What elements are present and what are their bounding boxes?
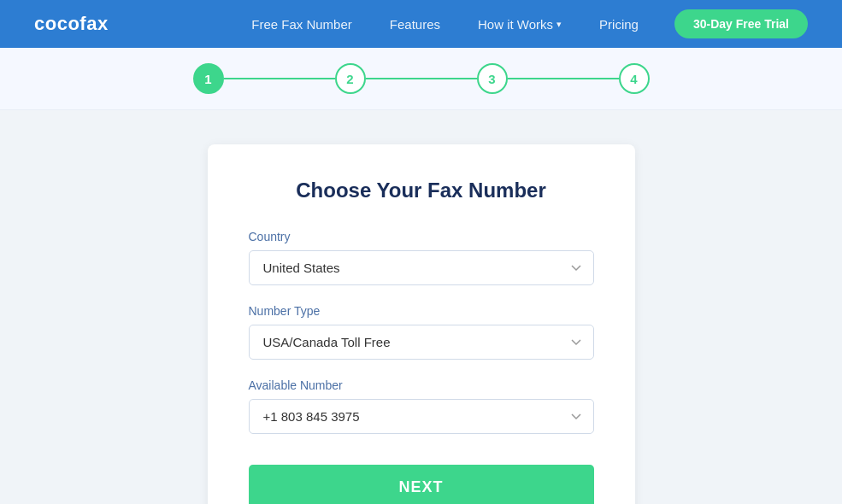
country-select[interactable]: United States Canada United Kingdom Aust… — [249, 250, 594, 285]
nav-item-pricing[interactable]: Pricing — [580, 17, 657, 32]
number-type-group: Number Type USA/Canada Toll Free Local I… — [249, 304, 594, 360]
main-content: Choose Your Fax Number Country United St… — [0, 110, 842, 504]
nav-link-label: Free Fax Number — [251, 17, 352, 32]
available-number-label: Available Number — [249, 378, 594, 392]
step-line-2 — [366, 78, 477, 79]
stepper: 1 2 3 4 — [193, 63, 650, 94]
nav-item-free-fax[interactable]: Free Fax Number — [233, 17, 371, 32]
nav-item-features[interactable]: Features — [371, 17, 459, 32]
step-line-3 — [508, 78, 619, 79]
nav-link-label: Features — [390, 17, 440, 32]
nav-links: Free Fax Number Features How it Works ▾ … — [233, 17, 657, 32]
step-3: 3 — [477, 63, 508, 94]
number-type-label: Number Type — [249, 304, 594, 318]
nav-item-how-it-works[interactable]: How it Works ▾ — [459, 17, 580, 32]
form-title: Choose Your Fax Number — [249, 179, 594, 202]
logo: cocofax — [34, 13, 109, 35]
country-group: Country United States Canada United King… — [249, 230, 594, 285]
trial-button[interactable]: 30-Day Free Trial — [674, 9, 808, 38]
step-4: 4 — [619, 63, 650, 94]
nav-link-label: Pricing — [599, 17, 639, 32]
step-1: 1 — [193, 63, 224, 94]
step-line-1 — [224, 78, 335, 79]
navbar: cocofax Free Fax Number Features How it … — [0, 0, 842, 48]
number-type-select[interactable]: USA/Canada Toll Free Local International — [249, 325, 594, 360]
form-card: Choose Your Fax Number Country United St… — [208, 144, 635, 504]
available-number-select[interactable]: +1 803 845 3975 +1 803 845 3976 +1 803 8… — [249, 399, 594, 434]
chevron-down-icon: ▾ — [556, 19, 562, 30]
step-2: 2 — [335, 63, 366, 94]
stepper-bar: 1 2 3 4 — [0, 48, 842, 110]
country-label: Country — [249, 230, 594, 243]
next-button[interactable]: NEXT — [249, 465, 594, 504]
available-number-group: Available Number +1 803 845 3975 +1 803 … — [249, 378, 594, 434]
nav-link-label: How it Works — [478, 17, 553, 32]
